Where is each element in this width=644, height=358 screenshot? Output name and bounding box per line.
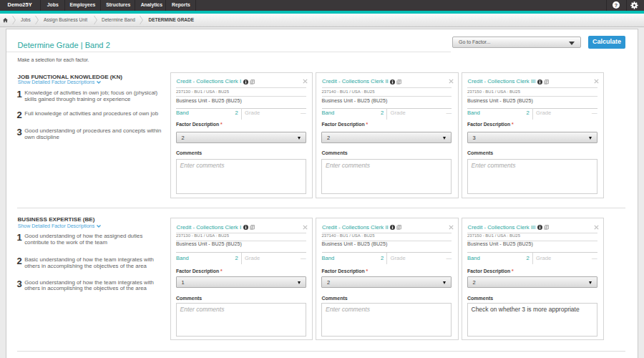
svg-text:?: ? (615, 3, 618, 8)
